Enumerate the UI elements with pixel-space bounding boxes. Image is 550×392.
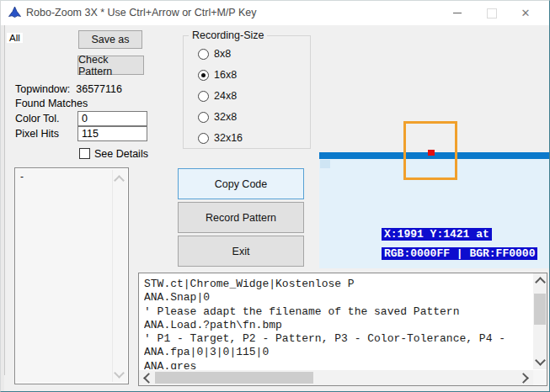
copy-code-button[interactable]: Copy Code (178, 168, 304, 199)
recording-size-title: Recording-Size (189, 29, 267, 41)
radio-option-16x8[interactable]: 16x8 (198, 69, 243, 81)
radio-option-32x8[interactable]: 32x8 (198, 111, 243, 123)
radio-option-8x8[interactable]: 8x8 (198, 48, 243, 60)
topwindow-text: Topwindow: 36577116 (15, 83, 122, 95)
radio-icon[interactable] (198, 91, 209, 102)
listbox-scroll-down-icon[interactable] (114, 368, 125, 379)
maximize-button[interactable] (478, 1, 505, 25)
close-button[interactable]: ✕ (512, 1, 539, 25)
radio-option-label: 24x8 (214, 90, 237, 102)
radio-icon[interactable] (198, 112, 209, 123)
color-tolerance-label: Color Tol. (15, 113, 60, 124)
radio-icon[interactable] (198, 70, 209, 81)
scroll-left-icon[interactable] (143, 373, 154, 384)
record-pattern-button[interactable]: Record Pattern (178, 202, 304, 233)
radio-option-label: 32x8 (214, 111, 237, 123)
title-bar: Robo-Zoom 3X * Use Ctrl+Arrow or Ctrl+M/… (1, 1, 549, 25)
listbox-scroll-track (112, 170, 113, 382)
minimize-button[interactable] (444, 1, 471, 25)
vertical-scroll-thumb[interactable] (534, 294, 546, 325)
listbox-scroll-up-icon[interactable] (114, 175, 125, 186)
pixel-hits-label: Pixel Hits (15, 128, 59, 140)
horizontal-scroll-thumb[interactable] (155, 372, 313, 384)
window-title: Robo-Zoom 3X * Use Ctrl+Arrow or Ctrl+M/… (26, 7, 256, 19)
radio-icon[interactable] (198, 49, 209, 60)
save-as-button[interactable]: Save as (78, 30, 142, 49)
radio-icon[interactable] (198, 133, 209, 144)
code-horizontal-scrollbar[interactable] (139, 370, 533, 385)
recording-size-options: 8x816x824x832x832x16 (198, 48, 243, 153)
preview-detail-square (320, 160, 330, 168)
color-tolerance-input[interactable] (77, 111, 147, 126)
close-icon: ✕ (521, 8, 531, 19)
scroll-up-icon[interactable] (535, 277, 546, 288)
target-pixel-marker (428, 150, 435, 156)
pixel-color-label: RGB:0000FF | BGR:FF0000 (382, 247, 537, 260)
scroll-right-icon[interactable] (518, 373, 529, 384)
exit-button[interactable]: Exit (178, 236, 304, 267)
scrollbar-corner (533, 370, 547, 385)
all-label: All (7, 33, 23, 43)
radio-option-label: 16x8 (214, 69, 237, 81)
radio-option-32x16[interactable]: 32x16 (198, 132, 243, 144)
scroll-down-icon[interactable] (535, 355, 546, 366)
check-pattern-button[interactable]: Check Pattern (77, 56, 144, 75)
matches-listbox[interactable]: - (14, 167, 129, 384)
list-item[interactable]: - (20, 171, 24, 183)
code-output-text[interactable]: STW.ct|Chrome_Widge|Kostenlose P ANA.Sna… (144, 278, 531, 369)
minimize-icon (453, 13, 462, 13)
radio-option-label: 32x16 (214, 132, 243, 144)
see-details-checkbox[interactable] (79, 148, 90, 159)
radio-option-label: 8x8 (214, 48, 231, 60)
maximize-icon (487, 8, 497, 19)
left-edge-line (4, 25, 5, 375)
code-vertical-scrollbar[interactable] (533, 273, 547, 369)
pixel-hits-input[interactable] (77, 126, 147, 141)
robo-zoom-window: Robo-Zoom 3X * Use Ctrl+Arrow or Ctrl+M/… (0, 0, 550, 392)
see-details-label: See Details (94, 148, 148, 160)
code-output[interactable]: STW.ct|Chrome_Widge|Kostenlose P ANA.Sna… (138, 273, 547, 386)
radio-option-24x8[interactable]: 24x8 (198, 90, 243, 102)
app-icon (8, 6, 22, 20)
cursor-coordinates-label: X:1991 Y:1421 at (382, 228, 492, 241)
found-matches-text: Found Matches (15, 98, 88, 109)
